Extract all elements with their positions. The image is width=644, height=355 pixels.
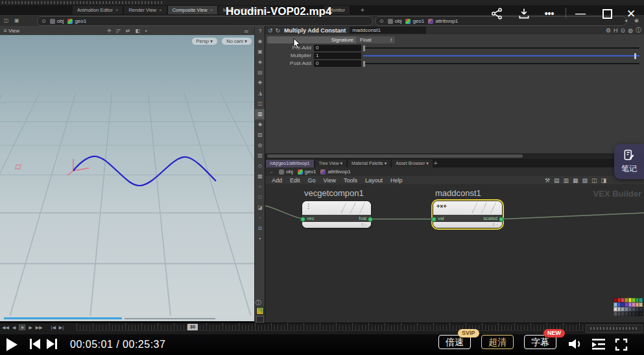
menu-help[interactable]: Help <box>390 177 403 184</box>
viewport-tool-icon[interactable]: ◮ <box>255 88 265 99</box>
network-canvas[interactable]: vecgetcompon1 ⋮ vec fval ≡ − maddconst1 … <box>265 184 644 323</box>
path-chip-obj[interactable]: obj <box>388 18 402 24</box>
input-pin[interactable] <box>431 217 436 222</box>
viewport-tool-icon[interactable]: ▫ <box>255 213 265 223</box>
rewind-icon[interactable]: ◀◀ <box>2 325 9 330</box>
node-flag-slots[interactable] <box>468 202 499 214</box>
horizontal-scrollbar[interactable] <box>267 154 523 158</box>
signature-dropdown[interactable]: Float↕ <box>356 36 395 43</box>
current-frame-indicator[interactable]: 30 <box>187 324 198 330</box>
volume-button[interactable] <box>567 336 584 352</box>
pre-add-slider[interactable] <box>363 47 639 49</box>
multiplier-slider[interactable] <box>363 55 639 56</box>
viewport-tool-icon[interactable]: □ <box>255 192 265 202</box>
output-pin[interactable] <box>499 217 504 222</box>
info-icon[interactable]: ⓘ <box>636 26 641 34</box>
viewport-tool-icon[interactable]: ○ <box>255 182 265 192</box>
playlist-button[interactable] <box>590 337 607 351</box>
viewport-tool-icon[interactable]: ▨ <box>255 151 265 161</box>
viewport-tool-icon[interactable]: ✚ <box>255 78 265 88</box>
close-button[interactable]: ✕ <box>624 6 638 21</box>
viewport-tool-icon[interactable]: ◪ <box>255 202 265 213</box>
quality-button[interactable]: 超清 <box>481 335 514 349</box>
viewport-side-toolbar[interactable]: ? ◉▣◈▤✚◮◫▥◆▧◍▨◇▩○□◪▫◘▪ <box>254 26 265 323</box>
path-chip-attribvop1[interactable]: attribvop1 <box>428 18 458 24</box>
slider-handle[interactable] <box>634 53 636 59</box>
path-chip-geo1[interactable]: geo1 <box>405 18 424 24</box>
tab-material-palette[interactable]: Material Palette ▾ <box>348 160 390 167</box>
play-button[interactable] <box>6 338 18 351</box>
help-icon[interactable]: ? <box>255 26 265 36</box>
viewport-tool-icon[interactable]: ◆ <box>255 119 265 130</box>
viewport-tool-icon[interactable]: ▤ <box>255 67 265 78</box>
viewport-tool-icon[interactable]: ◘ <box>255 223 265 234</box>
maximize-button[interactable] <box>600 6 614 21</box>
recook-icon[interactable]: ↻ <box>276 27 281 34</box>
viewport-tool-icons[interactable]: ✛◸⇄◧▪ <box>107 28 152 34</box>
timeline-transport[interactable]: ◀◀ ◀ ■ ▶ ▶▶ |◀ ▶| <box>2 324 64 330</box>
state-icon[interactable]: ◍ <box>628 27 633 34</box>
search-icon[interactable]: ⊙ <box>621 27 626 34</box>
palette-swatch[interactable] <box>639 312 643 316</box>
tab-close-icon[interactable]: × <box>159 7 161 13</box>
menu-go[interactable]: Go <box>308 177 316 184</box>
crumb-geo1[interactable]: geo1 <box>298 169 316 175</box>
camera-selector[interactable]: No cam ▾ <box>222 38 252 45</box>
tab-close-icon[interactable]: × <box>115 7 118 13</box>
node-name-field[interactable]: maddconst1 <box>350 27 426 34</box>
share-button[interactable] <box>490 6 504 21</box>
pane-layout-icon[interactable]: ▣ <box>14 18 19 23</box>
node-vecgetcompon1[interactable]: ⋮ vec fval ≡ − <box>302 201 371 228</box>
previous-button[interactable] <box>30 339 40 349</box>
frame-ruler[interactable] <box>77 325 584 331</box>
viewport-tool-icon[interactable]: ◈ <box>255 57 265 67</box>
jump-start-icon[interactable]: |◀ <box>51 325 56 330</box>
shelf-tab-animation-editor[interactable]: Animation Editor× <box>73 6 123 14</box>
multiplier-field[interactable]: 1 <box>314 53 361 59</box>
viewport-tool-icon[interactable]: ▧ <box>255 130 265 140</box>
menu-tools[interactable]: Tools <box>344 177 357 184</box>
palette-swatch[interactable] <box>639 298 643 302</box>
minimize-button[interactable]: — <box>573 6 588 21</box>
display-options-icon[interactable]: ⚌ <box>244 28 248 34</box>
pin-icon[interactable]: ⊙ <box>42 18 46 24</box>
pin-icon[interactable]: ⊙ <box>379 18 384 24</box>
input-pin[interactable] <box>300 217 305 222</box>
slider-handle[interactable] <box>363 45 365 51</box>
viewport-tool-icon[interactable]: ▪ <box>255 234 265 244</box>
shelf-tab-render-view[interactable]: Render View× <box>124 6 166 14</box>
download-button[interactable] <box>517 6 531 21</box>
crumb-attribvop1[interactable]: attribvop1 <box>320 169 350 175</box>
color-grid-icon[interactable] <box>256 307 264 315</box>
add-pane-tab-button[interactable]: + <box>434 160 438 167</box>
path-chip-obj[interactable]: obj <box>50 18 64 24</box>
palette-swatch[interactable] <box>639 307 643 312</box>
menu-edit[interactable]: Edit <box>290 177 300 184</box>
fast-forward-icon[interactable]: ▶▶ <box>36 325 43 330</box>
tab-attribvop1[interactable]: /obj/geo1/attribvop1 <box>266 160 314 167</box>
menu-view[interactable]: View <box>324 177 336 184</box>
node-flag-slots[interactable] <box>337 202 368 214</box>
fullscreen-button[interactable] <box>614 337 629 352</box>
signature-button[interactable]: Signature <box>267 36 357 43</box>
viewport-tool-icon[interactable]: ▥ <box>255 109 265 119</box>
menu-layout[interactable]: Layout <box>365 177 383 184</box>
viewport-tool-icon[interactable]: ◉ <box>255 36 265 47</box>
play-icon[interactable]: ▶ <box>29 325 32 330</box>
next-button[interactable] <box>47 339 57 349</box>
snapshot-icon[interactable] <box>256 316 264 323</box>
more-button[interactable]: ••• <box>542 6 556 21</box>
tab-asset-browser[interactable]: Asset Browser ▾ <box>392 160 433 167</box>
node-maddconst1[interactable]: +×+ val scaled ≡ − <box>433 201 502 228</box>
back-arrow-icon[interactable]: ← <box>269 169 274 175</box>
persp-view-selector[interactable]: Persp ▾ <box>192 38 217 45</box>
palette-swatch[interactable] <box>639 302 643 307</box>
output-pin[interactable] <box>368 217 373 222</box>
post-add-slider[interactable] <box>363 63 639 64</box>
menu-add[interactable]: Add <box>272 177 282 184</box>
viewport-tool-icon[interactable]: ▩ <box>255 171 265 182</box>
shelf-tab-composite-view[interactable]: Composite View× <box>168 6 217 14</box>
houdini-ops-icon[interactable]: H <box>614 27 618 34</box>
jump-end-icon[interactable]: ▶| <box>59 325 64 330</box>
pane-layout-icon[interactable]: ◫ <box>4 18 9 23</box>
